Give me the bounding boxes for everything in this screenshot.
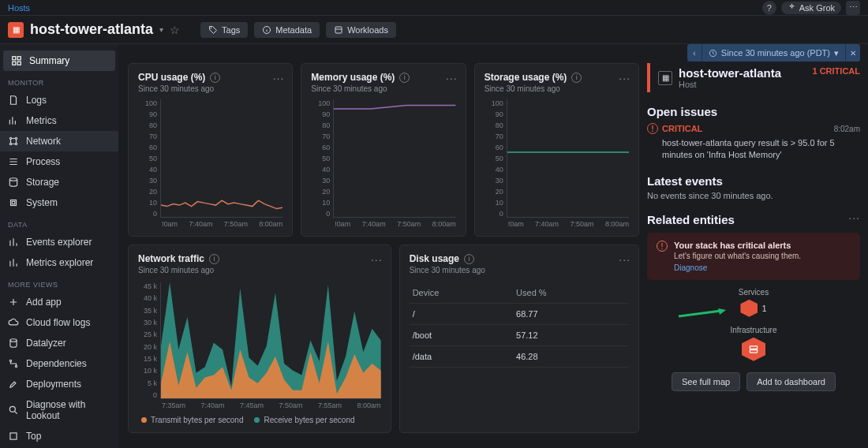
breadcrumb-hosts[interactable]: Hosts: [8, 3, 30, 13]
chevron-down-icon: ▾: [834, 48, 839, 58]
kebab-icon[interactable]: ···: [848, 211, 860, 224]
cpu-chart[interactable]: [160, 99, 282, 218]
issue-description: host-tower-atlanta query result is > 95.…: [662, 137, 860, 162]
network-icon: [8, 136, 19, 147]
clock-icon: [709, 49, 717, 58]
sidebar-item-process[interactable]: Process: [0, 151, 118, 172]
svg-point-11: [15, 143, 17, 144]
kebab-icon[interactable]: ···: [446, 72, 458, 84]
services-label: Services: [647, 288, 860, 297]
sidebar: Summary MONITOR Logs Metrics Network Pro…: [0, 44, 118, 448]
arrow-annotation: [679, 308, 726, 319]
sidebar-item-add-app[interactable]: Add app: [0, 292, 118, 312]
card-title: Memory usage (%): [311, 72, 395, 83]
metadata-button[interactable]: Metadata: [254, 22, 320, 38]
svg-rect-24: [750, 346, 757, 349]
tags-button[interactable]: Tags: [200, 22, 248, 38]
svg-rect-2: [335, 27, 342, 33]
workloads-button[interactable]: Workloads: [326, 22, 396, 38]
sidebar-item-cloud-flow-logs[interactable]: Cloud flow logs: [0, 312, 118, 333]
infra-node[interactable]: [742, 338, 765, 361]
svg-point-9: [15, 137, 17, 139]
sidebar-item-system[interactable]: System: [0, 192, 118, 213]
kebab-icon[interactable]: ···: [619, 72, 630, 84]
sidebar-item-datalyzer[interactable]: Datalyzer: [0, 333, 118, 353]
chart-icon: [8, 115, 19, 126]
storage-usage-card: Storage usage (%) i ··· Since 30 minutes…: [474, 63, 639, 237]
memory-chart[interactable]: [333, 99, 455, 218]
timerange-close[interactable]: ✕: [846, 44, 860, 62]
x-axis: !0am7:40am7:50am8:00am: [138, 220, 282, 228]
host-type: Host: [679, 80, 781, 89]
kebab-icon[interactable]: ···: [371, 253, 383, 266]
extra-icon[interactable]: ⋯: [846, 1, 860, 15]
sidebar-item-logs[interactable]: Logs: [0, 90, 118, 110]
add-to-dashboard-button[interactable]: Add to dashboard: [746, 372, 836, 391]
sidebar-item-network[interactable]: Network: [0, 131, 118, 151]
table-row[interactable]: /data46.28: [410, 346, 629, 368]
issue-time: 8:02am: [834, 125, 860, 133]
info-icon[interactable]: i: [399, 73, 410, 83]
sidebar-item-metrics-explorer[interactable]: Metrics explorer: [0, 252, 118, 273]
table-row[interactable]: /boot57.12: [410, 325, 629, 346]
ask-grok-label: Ask Grok: [799, 3, 835, 13]
issue-card[interactable]: ! CRITICAL 8:02am host-tower-atlanta que…: [647, 123, 860, 162]
info-icon[interactable]: i: [571, 73, 582, 83]
service-node[interactable]: [740, 300, 758, 317]
info-icon[interactable]: i: [209, 254, 219, 264]
side-panel: ▦ host-tower-atlanta Host 1 CRITICAL Ope…: [647, 63, 860, 440]
search-icon: [8, 405, 19, 416]
page-title: host-tower-atlanta: [30, 21, 153, 38]
sidebar-item-storage[interactable]: Storage: [0, 172, 118, 192]
sidebar-section-data: DATA: [0, 213, 118, 232]
sidebar-item-diagnose-lookout[interactable]: Diagnose with Lookout: [0, 394, 118, 426]
cpu-icon: [8, 197, 19, 208]
database-icon: [8, 338, 19, 349]
svg-point-10: [9, 143, 11, 144]
plus-icon: [8, 297, 19, 308]
alert-icon: !: [657, 241, 668, 252]
no-events-text: No events since 30 minutes ago.: [647, 191, 860, 200]
entities-map: Services 1 Infrastructure See full map A…: [647, 288, 860, 391]
svg-point-0: [211, 28, 211, 28]
help-icon[interactable]: ?: [762, 1, 776, 15]
latest-events-title: Latest events: [647, 174, 860, 188]
network-legend: Transmit bytes per second Receive bytes …: [138, 416, 381, 424]
sidebar-item-dependencies[interactable]: Dependencies: [0, 353, 118, 374]
bar-icon: [8, 237, 19, 248]
ask-grok-button[interactable]: Ask Grok: [781, 2, 841, 14]
diagnose-link[interactable]: Diagnose: [674, 263, 801, 272]
list-icon: [8, 156, 19, 167]
info-icon[interactable]: i: [464, 254, 474, 264]
storage-chart[interactable]: [507, 99, 629, 218]
infra-label: Infrastructure: [647, 326, 860, 334]
sidebar-item-events-explorer[interactable]: Events explorer: [0, 232, 118, 252]
dot-icon: [254, 417, 260, 423]
kebab-icon[interactable]: ···: [619, 253, 630, 266]
svg-rect-4: [13, 57, 16, 60]
star-icon[interactable]: ☆: [170, 24, 180, 36]
info-icon[interactable]: i: [210, 73, 220, 83]
table-row[interactable]: /68.77: [410, 304, 629, 325]
disk-icon: [8, 177, 19, 188]
rocket-icon: [8, 379, 19, 390]
svg-point-15: [10, 339, 17, 342]
timerange-prev[interactable]: ‹: [687, 44, 702, 62]
y-axis: 1009080706050403020100: [138, 99, 160, 218]
host-header: ▦ host-tower-atlanta Host 1 CRITICAL: [647, 63, 860, 92]
sidebar-item-deployments[interactable]: Deployments: [0, 374, 118, 394]
sidebar-item-top[interactable]: Top: [0, 426, 118, 446]
sidebar-item-summary[interactable]: Summary: [3, 50, 115, 71]
alert-icon: !: [647, 123, 658, 134]
svg-rect-7: [17, 62, 21, 65]
box-icon: [334, 25, 343, 35]
sidebar-item-metrics[interactable]: Metrics: [0, 110, 118, 131]
kebab-icon[interactable]: ···: [273, 72, 285, 84]
chevron-down-icon[interactable]: ▾: [159, 25, 163, 34]
network-chart[interactable]: [160, 282, 381, 399]
host-name: host-tower-atlanta: [679, 66, 781, 80]
sparkle-icon: [788, 3, 796, 12]
see-full-map-button[interactable]: See full map: [672, 372, 740, 391]
timerange-picker[interactable]: ‹ Since 30 minutes ago (PDT) ▾ ✕: [687, 44, 860, 62]
bar-icon: [8, 257, 19, 268]
